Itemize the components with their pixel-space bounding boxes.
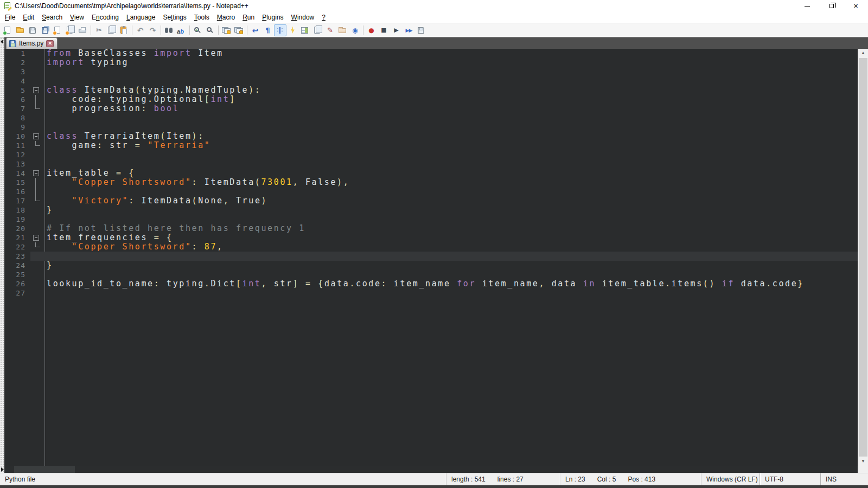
dock-splitter-top[interactable] — [0, 37, 4, 49]
code-line[interactable]: 13 — [4, 159, 858, 169]
menu-view[interactable]: View — [66, 12, 88, 22]
code-line[interactable]: 6 code: typing.Optional[int] — [4, 95, 858, 104]
code-line[interactable]: 9 — [4, 123, 858, 132]
menu-edit[interactable]: Edit — [19, 12, 38, 22]
print-button[interactable] — [76, 24, 89, 36]
code-line[interactable]: 11 game: str = "Terraria" — [4, 141, 858, 150]
menu-macro[interactable]: Macro — [213, 12, 239, 22]
redo-button[interactable]: ↷ — [146, 24, 159, 36]
code-line-current[interactable]: 23 — [4, 252, 858, 261]
fold-margin — [30, 252, 44, 261]
document-map-button[interactable] — [299, 24, 311, 36]
vertical-scrollbar[interactable]: ▲ ▼ — [858, 49, 868, 466]
show-indent-guide-button[interactable] — [274, 24, 286, 36]
code-line[interactable]: 21item_frequencies = { — [4, 233, 858, 242]
dock-splitter-bottom[interactable] — [0, 466, 4, 473]
dock-splitter-left[interactable] — [0, 49, 4, 466]
monitoring-button[interactable]: ◉ — [349, 24, 361, 36]
code-line[interactable]: 15 "Copper Shortsword": ItemData(73001, … — [4, 178, 858, 187]
menu-run[interactable]: Run — [239, 12, 258, 22]
menu-encoding[interactable]: Encoding — [88, 12, 123, 22]
zoom-out-button[interactable]: − — [204, 24, 216, 36]
code-line[interactable]: 26lookup_id_to_name: typing.Dict[int, st… — [4, 279, 858, 288]
paste-button[interactable] — [118, 24, 130, 36]
line-number: 7 — [4, 104, 30, 113]
sync-horizontal-scroll-button[interactable] — [233, 24, 245, 36]
define-language-button[interactable] — [286, 24, 299, 36]
sync-vertical-scroll-button[interactable] — [220, 24, 233, 36]
code-line[interactable]: 16 — [4, 187, 858, 196]
code-line[interactable]: 25 — [4, 270, 858, 279]
code-text: progression: bool — [44, 104, 179, 113]
code-line[interactable]: 7 progression: bool — [4, 104, 858, 113]
status-pos: Pos : 413 — [628, 476, 655, 483]
menu-settings[interactable]: Settings — [159, 12, 190, 22]
scroll-down-arrow[interactable]: ▼ — [858, 457, 868, 466]
code-line[interactable]: 17 "Victory": ItemData(None, True) — [4, 196, 858, 206]
find-button[interactable] — [163, 24, 175, 36]
fold-start-marker[interactable] — [30, 169, 44, 178]
code-line[interactable]: 22 "Copper Shortsword": 87, — [4, 242, 858, 252]
code-line[interactable]: 20# If not listed here then has frequenc… — [4, 224, 858, 233]
code-line[interactable]: 14item_table = { — [4, 169, 858, 178]
fold-start-marker[interactable] — [30, 233, 44, 242]
code-line[interactable]: 5class ItemData(typing.NamedTuple): — [4, 86, 858, 95]
code-line[interactable]: 24} — [4, 261, 858, 270]
close-all-icon — [66, 26, 75, 35]
menu-window[interactable]: Window — [288, 12, 318, 22]
record-macro-button[interactable]: ● — [365, 24, 378, 36]
undo-button[interactable]: ↶ — [134, 24, 146, 36]
close-file-button[interactable] — [52, 24, 64, 36]
fold-end-marker — [30, 104, 44, 113]
save-all-icon — [41, 26, 50, 35]
menu-tools[interactable]: Tools — [190, 12, 213, 22]
save-file-button[interactable] — [27, 24, 39, 36]
open-file-button[interactable] — [14, 24, 27, 36]
vertical-scrollbar-thumb[interactable] — [859, 58, 867, 457]
tab-bar: Items.py ✕ — [0, 37, 868, 49]
folder-as-workspace-button[interactable] — [336, 24, 349, 36]
close-all-button[interactable] — [64, 24, 76, 36]
code-line[interactable]: 27 — [4, 288, 858, 298]
menu-language[interactable]: Language — [123, 12, 159, 22]
code-line[interactable]: 8 — [4, 113, 858, 123]
zoom-in-button[interactable]: + — [192, 24, 204, 36]
menu-file[interactable]: File — [1, 12, 19, 22]
word-wrap-button[interactable]: ↩ — [249, 24, 261, 36]
fold-start-marker[interactable] — [30, 132, 44, 141]
tab-items-py[interactable]: Items.py ✕ — [6, 37, 58, 49]
horizontal-scrollbar-thumb[interactable] — [14, 466, 75, 473]
code-line[interactable]: 3 — [4, 67, 858, 76]
run-macro-multiple-button[interactable]: ▶▶ — [403, 24, 415, 36]
code-line[interactable]: 12 — [4, 150, 858, 159]
document-list-button[interactable] — [311, 24, 324, 36]
close-button[interactable]: ✕ — [844, 0, 868, 12]
code-line[interactable]: 18} — [4, 206, 858, 215]
code-editor[interactable]: 1from BaseClasses import Item2import typ… — [4, 49, 858, 466]
code-line[interactable]: 2import typing — [4, 58, 858, 67]
menu-help[interactable]: ? — [318, 12, 329, 22]
minimize-button[interactable] — [795, 0, 819, 12]
playback-macro-button[interactable]: ▶ — [390, 24, 403, 36]
tab-close-icon[interactable]: ✕ — [46, 40, 54, 47]
code-line[interactable]: 1from BaseClasses import Item — [4, 49, 858, 58]
menu-plugins[interactable]: Plugins — [258, 12, 287, 22]
copy-button[interactable] — [105, 24, 118, 36]
restore-button[interactable] — [819, 0, 844, 12]
code-line[interactable]: 19 — [4, 215, 858, 224]
code-line[interactable]: 4 — [4, 76, 858, 86]
function-list-button[interactable]: ✎ — [324, 24, 336, 36]
replace-button[interactable]: ab — [175, 24, 188, 36]
save-all-button[interactable] — [39, 24, 52, 36]
cut-button[interactable]: ✂ — [93, 24, 105, 36]
new-file-button[interactable] — [2, 24, 14, 36]
horizontal-scrollbar[interactable] — [4, 466, 858, 473]
show-all-characters-button[interactable]: ¶ — [261, 24, 274, 36]
menu-search[interactable]: Search — [38, 12, 66, 22]
fold-start-marker[interactable] — [30, 86, 44, 95]
save-macro-button[interactable] — [415, 24, 427, 36]
code-line[interactable]: 10class TerrariaItem(Item): — [4, 132, 858, 141]
stop-macro-button[interactable]: ■ — [378, 24, 390, 36]
scroll-up-arrow[interactable]: ▲ — [858, 49, 868, 57]
code-text: class ItemData(typing.NamedTuple): — [44, 86, 261, 95]
